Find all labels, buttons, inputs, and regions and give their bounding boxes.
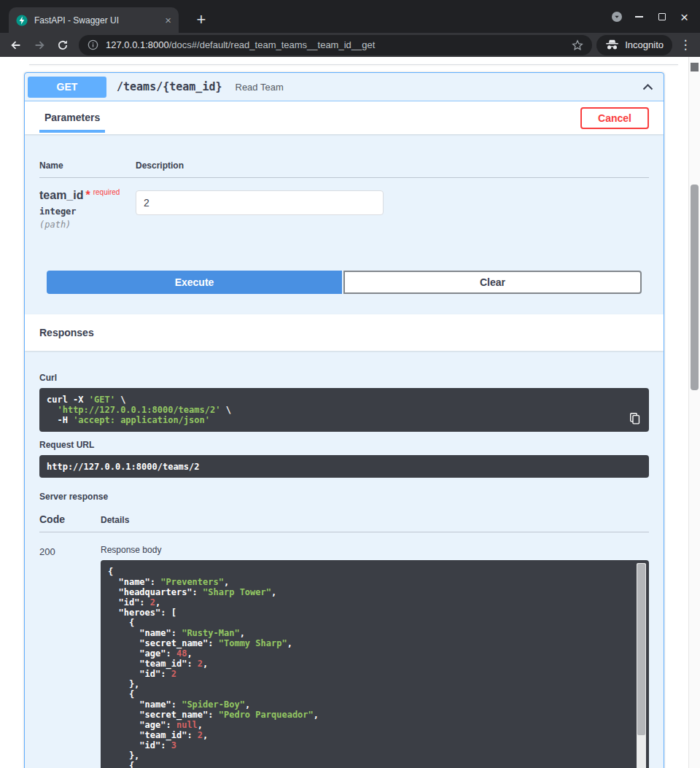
scrollbar-thumb[interactable] xyxy=(691,185,699,390)
tab-close-icon[interactable]: × xyxy=(165,15,171,26)
execute-row: Execute Clear xyxy=(47,271,642,294)
parameters-body: Name Description team_id*required intege… xyxy=(25,134,664,314)
swagger-page: GET /teams/{team_id} Read Team Parameter… xyxy=(0,57,700,768)
curl-block: curl -X 'GET' \ 'http://127.0.0.1:8000/t… xyxy=(39,388,649,432)
request-url-label: Request URL xyxy=(39,440,649,450)
address-bar[interactable]: 127.0.0.1:8000/docs#/default/read_team_t… xyxy=(79,35,592,55)
scrollbar-button[interactable] xyxy=(691,63,699,71)
parameters-header: Parameters Cancel xyxy=(25,101,664,134)
method-badge: GET xyxy=(28,77,106,98)
code-column-header: Code xyxy=(39,513,101,525)
column-name-header: Name xyxy=(39,160,136,171)
column-description-header: Description xyxy=(136,160,184,171)
minimize-button[interactable] xyxy=(628,6,650,28)
request-url-value: http://127.0.0.1:8000/teams/2 xyxy=(39,455,649,478)
tab-title: FastAPI - Swagger UI xyxy=(34,15,158,26)
curl-label: Curl xyxy=(39,373,649,383)
status-code: 200 xyxy=(39,545,101,768)
section-divider xyxy=(29,64,678,65)
required-star: * xyxy=(85,189,90,201)
team-id-input[interactable] xyxy=(136,190,384,215)
browser-chrome: FastAPI - Swagger UI × + × 127.0.0.1:800 xyxy=(0,0,700,57)
collapse-chevron-icon[interactable] xyxy=(642,84,653,90)
responses-title: Responses xyxy=(39,327,94,338)
parameter-type: integer xyxy=(39,206,136,217)
fastapi-favicon-icon xyxy=(16,15,28,26)
response-scrollbar-thumb[interactable] xyxy=(637,564,645,735)
url-text[interactable]: 127.0.0.1:8000/docs#/default/read_team_t… xyxy=(106,39,564,50)
response-row: 200 Response body { "name": "Preventers"… xyxy=(39,532,649,768)
details-column-header: Details xyxy=(101,515,129,525)
incognito-label: Incognito xyxy=(625,39,664,50)
clear-button[interactable]: Clear xyxy=(343,271,642,294)
response-details: Response body { "name": "Preventers", "h… xyxy=(101,545,649,768)
forward-button[interactable] xyxy=(28,35,51,55)
maximize-button[interactable] xyxy=(650,6,673,28)
response-body-json: { "name": "Preventers", "headquarters": … xyxy=(101,560,649,768)
cancel-button[interactable]: Cancel xyxy=(580,107,649,129)
tab-strip: FastAPI - Swagger UI × + × xyxy=(0,0,700,33)
tab-parameters[interactable]: Parameters xyxy=(39,103,105,133)
responses-body: Curl curl -X 'GET' \ 'http://127.0.0.1:8… xyxy=(25,351,664,768)
opblock-get-read-team: GET /teams/{team_id} Read Team Parameter… xyxy=(24,72,664,768)
parameter-name: team_id*required xyxy=(39,188,136,202)
endpoint-summary: Read Team xyxy=(236,82,633,93)
response-table-head: Code Details xyxy=(39,513,649,532)
responses-header: Responses xyxy=(25,314,664,351)
reload-button[interactable] xyxy=(51,35,74,55)
parameter-row: team_id*required integer (path) xyxy=(39,178,649,230)
response-body-block: { "name": "Preventers", "headquarters": … xyxy=(101,560,649,768)
page-scrollbar[interactable] xyxy=(688,57,700,768)
back-button[interactable] xyxy=(4,35,28,55)
browser-toolbar: 127.0.0.1:8000/docs#/default/read_team_t… xyxy=(0,33,700,57)
parameters-table-head: Name Description xyxy=(39,160,649,178)
copy-to-clipboard-icon[interactable] xyxy=(626,410,643,426)
endpoint-path: /teams/{team_id} xyxy=(117,80,222,93)
site-info-icon[interactable] xyxy=(88,39,98,50)
opblock-summary[interactable]: GET /teams/{team_id} Read Team xyxy=(25,73,664,101)
required-label: required xyxy=(93,188,120,196)
window-controls: × xyxy=(605,6,696,28)
browser-tab[interactable]: FastAPI - Swagger UI × xyxy=(9,7,179,33)
execute-button[interactable]: Execute xyxy=(47,271,342,294)
parameter-value-cell xyxy=(136,188,384,230)
response-scrollbar[interactable] xyxy=(637,563,646,768)
server-response-label: Server response xyxy=(39,492,649,502)
close-window-button[interactable]: × xyxy=(673,6,696,28)
bookmark-star-icon[interactable] xyxy=(572,39,583,51)
menu-kebab-icon[interactable]: ⋮ xyxy=(675,37,696,53)
new-tab-button[interactable]: + xyxy=(191,9,211,30)
parameter-meta: team_id*required integer (path) xyxy=(39,188,136,230)
response-body-label: Response body xyxy=(101,545,649,555)
tab-search-icon[interactable] xyxy=(605,6,628,28)
parameter-location: (path) xyxy=(39,220,136,230)
incognito-badge: Incognito xyxy=(596,35,672,55)
incognito-icon xyxy=(605,39,619,50)
curl-command: curl -X 'GET' \ 'http://127.0.0.1:8000/t… xyxy=(39,388,649,432)
